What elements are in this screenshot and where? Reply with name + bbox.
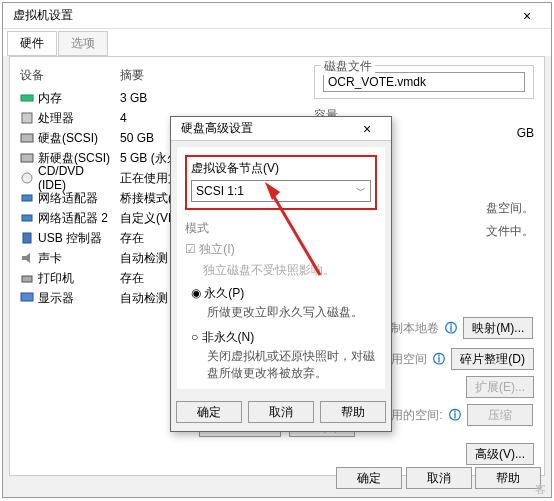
frag-c: 制本地卷 (391, 320, 439, 337)
device-net2[interactable]: 网络适配器 2 (20, 208, 110, 228)
modal-title: 硬盘高级设置 (177, 120, 349, 137)
main-titlebar: 虚拟机设置 × (3, 3, 551, 29)
device-net1[interactable]: 网络适配器 (20, 188, 110, 208)
advanced-button[interactable]: 高级(V)... (466, 443, 534, 465)
svg-rect-3 (21, 154, 33, 162)
virtual-device-node-label: 虚拟设备节点(V) (191, 160, 371, 177)
device-sound[interactable]: 声卡 (20, 248, 110, 268)
tab-options[interactable]: 选项 (58, 31, 108, 56)
svg-rect-10 (21, 293, 33, 301)
highlighted-area: 虚拟设备节点(V) SCSI 1:1 ﹀ (185, 155, 377, 210)
main-title: 虚拟机设置 (9, 7, 509, 24)
summary-memory: 3 GB (120, 88, 220, 108)
mode-section: 模式 ☑ 独立(I) 独立磁盘不受快照影响。 ◉ 永久(P) 所做更改立即永久写… (185, 220, 377, 381)
scsi-select[interactable]: SCSI 1:1 ﹀ (191, 180, 371, 202)
expand-button[interactable]: 扩展(E)... (466, 376, 534, 398)
disk-icon (20, 151, 34, 165)
svg-rect-1 (22, 113, 32, 123)
disk-file-label: 磁盘文件 (321, 58, 375, 75)
disk-advanced-dialog: 硬盘高级设置 × 虚拟设备节点(V) SCSI 1:1 ﹀ 模式 ☑ 独立(I)… (170, 116, 392, 432)
tab-hardware[interactable]: 硬件 (7, 31, 57, 56)
display-icon (20, 291, 34, 305)
defrag-button[interactable]: 碎片整理(D) (451, 348, 534, 370)
independent-checkbox[interactable]: ☑ 独立(I) (185, 241, 377, 258)
usb-icon (20, 231, 34, 245)
scsi-selected-value: SCSI 1:1 (196, 184, 244, 198)
net-icon (20, 211, 34, 225)
cpu-icon (20, 111, 34, 125)
sound-icon (20, 251, 34, 265)
svg-marker-8 (22, 253, 30, 263)
col-device-header: 设备 (20, 67, 110, 84)
net-icon (20, 191, 34, 205)
modal-button-row: 确定 取消 帮助 (171, 395, 391, 431)
close-icon[interactable]: × (349, 121, 385, 137)
cd-icon (20, 171, 34, 185)
watermark: 客 (535, 482, 546, 497)
svg-rect-6 (22, 215, 32, 221)
modal-content: 虚拟设备节点(V) SCSI 1:1 ﹀ 模式 ☑ 独立(I) 独立磁盘不受快照… (177, 147, 385, 389)
right-button-column: 制本地卷ⓘ映射(M)... 用空间ⓘ碎片整理(D) 扩展(E)... 用的空间:… (391, 317, 534, 465)
modal-ok-button[interactable]: 确定 (176, 401, 242, 423)
disk-icon (20, 131, 34, 145)
chevron-down-icon: ﹀ (356, 184, 366, 198)
mode-label: 模式 (185, 220, 377, 237)
svg-rect-7 (23, 233, 31, 243)
col-summary-header: 摘要 (120, 67, 220, 84)
svg-rect-0 (21, 95, 33, 101)
device-memory[interactable]: 内存 (20, 88, 110, 108)
svg-point-4 (22, 173, 32, 183)
device-cpu[interactable]: 处理器 (20, 108, 110, 128)
nonpermanent-desc: 关闭虚拟机或还原快照时，对磁盘所做更改将被放弃。 (207, 348, 377, 382)
tab-bar: 硬件 选项 (3, 29, 551, 56)
memory-icon (20, 91, 34, 105)
permanent-radio[interactable]: ◉ 永久(P) (191, 285, 377, 302)
frag-d: 用空间 (391, 351, 427, 368)
independent-hint: 独立磁盘不受快照影响。 (203, 262, 377, 279)
modal-titlebar: 硬盘高级设置 × (171, 117, 391, 141)
close-icon[interactable]: × (509, 8, 545, 24)
info-icon: ⓘ (433, 351, 445, 368)
device-disk[interactable]: 硬盘(SCSI) (20, 128, 110, 148)
main-dialog-buttons: 确定 取消 帮助 (336, 467, 541, 489)
device-usb[interactable]: USB 控制器 (20, 228, 110, 248)
disk-file-input[interactable] (323, 72, 525, 92)
device-cd[interactable]: CD/DVD (IDE) (20, 168, 110, 188)
main-help-button[interactable]: 帮助 (475, 467, 541, 489)
main-ok-button[interactable]: 确定 (336, 467, 402, 489)
permanent-desc: 所做更改立即永久写入磁盘。 (207, 304, 377, 321)
modal-help-button[interactable]: 帮助 (320, 401, 386, 423)
map-button[interactable]: 映射(M)... (463, 317, 533, 339)
device-display[interactable]: 显示器 (20, 288, 110, 308)
info-icon: ⓘ (445, 320, 457, 337)
svg-rect-9 (22, 276, 32, 282)
nonpermanent-radio[interactable]: ○ 非永久(N) (191, 329, 377, 346)
printer-icon (20, 271, 34, 285)
svg-rect-2 (21, 134, 33, 142)
disk-file-group: 磁盘文件 (314, 65, 534, 99)
main-cancel-button[interactable]: 取消 (406, 467, 472, 489)
svg-rect-5 (22, 195, 32, 201)
device-printer[interactable]: 打印机 (20, 268, 110, 288)
modal-cancel-button[interactable]: 取消 (248, 401, 314, 423)
